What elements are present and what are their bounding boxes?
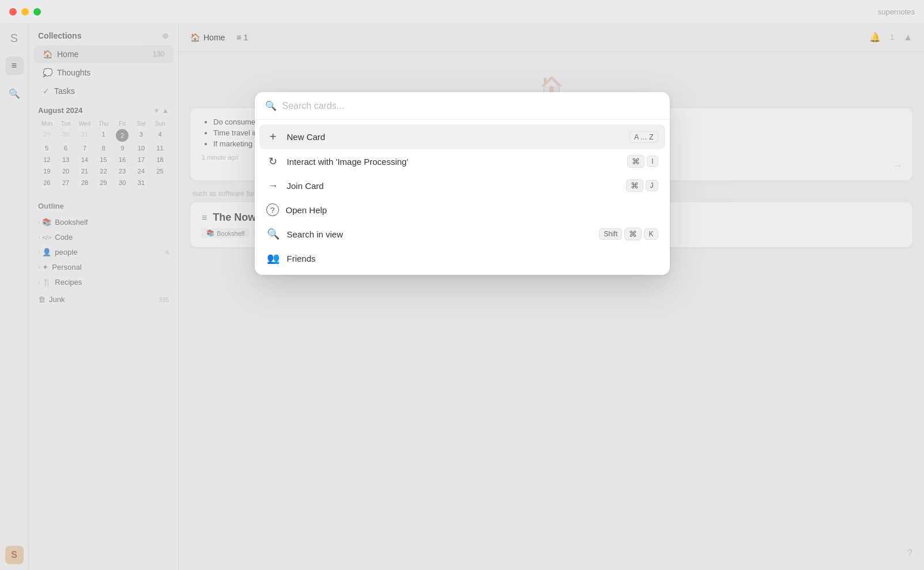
help-circle-icon: ? xyxy=(266,203,279,216)
command-item-interact[interactable]: ↻ Interact with 'Image Processing' ⌘ I xyxy=(259,149,665,173)
maximize-button[interactable] xyxy=(33,8,41,16)
shortcut-cmd: ⌘ xyxy=(627,155,644,168)
interact-icon: ↻ xyxy=(266,155,280,168)
command-search-input[interactable] xyxy=(282,101,659,111)
shortcut-j: J xyxy=(646,180,658,191)
app-name: supernotes xyxy=(878,7,915,16)
command-item-search-in-view[interactable]: 🔍 Search in view Shift ⌘ K xyxy=(259,222,665,246)
plus-icon: + xyxy=(266,130,280,144)
command-item-open-help[interactable]: ? Open Help xyxy=(259,198,665,222)
command-item-join-card[interactable]: → Join Card ⌘ J xyxy=(259,173,665,198)
friends-icon: 👥 xyxy=(266,252,280,265)
new-card-label: New Card xyxy=(287,132,623,142)
new-card-shortcuts: A … Z xyxy=(629,131,658,143)
shortcut-shift: Shift xyxy=(599,228,622,240)
search-in-view-label: Search in view xyxy=(287,229,593,239)
shortcut-az: A … Z xyxy=(629,131,658,143)
interact-shortcuts: ⌘ I xyxy=(627,155,658,168)
command-palette: 🔍 + New Card A … Z ↻ Interact with 'Imag… xyxy=(255,92,670,275)
search-icon: 🔍 xyxy=(265,100,277,111)
join-card-shortcuts: ⌘ J xyxy=(626,179,658,192)
search-in-view-shortcuts: Shift ⌘ K xyxy=(599,228,658,240)
search-view-icon: 🔍 xyxy=(266,228,280,240)
command-item-friends[interactable]: 👥 Friends xyxy=(259,246,665,270)
titlebar: supernotes xyxy=(0,0,924,23)
join-card-label: Join Card xyxy=(287,181,619,191)
shortcut-k: K xyxy=(644,228,658,240)
minimize-button[interactable] xyxy=(21,8,29,16)
command-item-new-card[interactable]: + New Card A … Z xyxy=(259,124,665,149)
shortcut-i: I xyxy=(647,156,658,167)
friends-label: Friends xyxy=(287,254,658,263)
interact-label: Interact with 'Image Processing' xyxy=(287,157,621,167)
shortcut-cmd: ⌘ xyxy=(624,228,642,240)
command-search-row: 🔍 xyxy=(255,92,670,120)
close-button[interactable] xyxy=(9,8,17,16)
open-help-label: Open Help xyxy=(286,205,658,215)
shortcut-cmd: ⌘ xyxy=(626,179,643,192)
command-items-list: + New Card A … Z ↻ Interact with 'Image … xyxy=(255,120,670,275)
arrow-right-icon: → xyxy=(266,180,280,192)
window-controls[interactable] xyxy=(9,8,41,16)
